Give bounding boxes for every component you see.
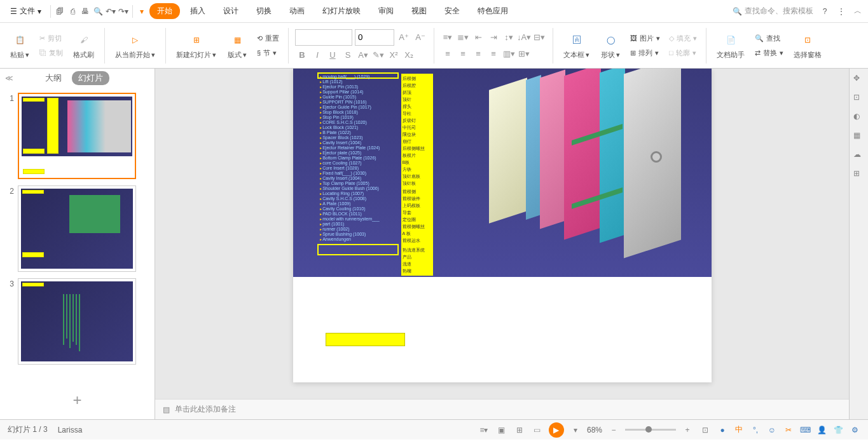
align-left-button[interactable]: ≡ — [441, 47, 455, 61]
redo-icon[interactable]: ↷▾ — [118, 6, 128, 17]
more-icon[interactable]: ▾ — [137, 6, 147, 17]
sidebar-animation-icon[interactable]: ◐ — [853, 112, 865, 123]
new-slide-icon[interactable]: ⊞ — [188, 31, 205, 49]
convert-smartart-button[interactable]: ⊞▾ — [517, 47, 531, 61]
zoom-thumb[interactable] — [645, 426, 652, 433]
punctuation-icon[interactable]: °, — [750, 424, 761, 436]
play-from-current-icon[interactable]: ▷ — [127, 31, 144, 49]
increase-indent-button[interactable]: ⇥ — [486, 30, 500, 44]
tab-animation[interactable]: 动画 — [282, 3, 312, 19]
shape-icon[interactable]: ◯ — [602, 31, 619, 49]
tab-security[interactable]: 安全 — [437, 3, 467, 19]
scissors-icon[interactable]: ✂ — [783, 424, 794, 436]
normal-view-icon[interactable]: ▣ — [495, 424, 508, 436]
highlight-button[interactable]: ✎▾ — [371, 48, 385, 62]
thumbnail-2[interactable] — [18, 185, 136, 272]
shirt-icon[interactable]: 👕 — [832, 424, 844, 436]
outline-tab[interactable]: 大纲 — [45, 72, 62, 84]
tab-transition[interactable]: 切换 — [249, 3, 279, 19]
thumbnail-3[interactable] — [18, 278, 136, 365]
settings-icon[interactable]: ⚙ — [849, 424, 860, 436]
sidebar-backup-icon[interactable]: ☁ — [853, 150, 865, 161]
print-icon[interactable]: 🖶 — [80, 6, 90, 17]
size-select[interactable] — [355, 29, 394, 46]
sorter-view-icon[interactable]: ⊞ — [513, 424, 526, 436]
reading-view-icon[interactable]: ▭ — [531, 424, 544, 436]
preview-icon[interactable]: 🔍 — [93, 6, 103, 17]
decrease-font-icon[interactable]: A⁻ — [413, 30, 427, 44]
select-pane-icon[interactable]: ⊡ — [799, 31, 816, 49]
layout-icon[interactable]: ▦ — [228, 31, 246, 49]
slideshow-button[interactable]: ▶ — [549, 422, 564, 438]
text-direction-button[interactable]: ↓A▾ — [517, 30, 531, 44]
new-slide-label[interactable]: 新建幻灯片 ▾ — [176, 50, 216, 60]
slide[interactable]: moving half(___) (1029)Lift (1012)Ejecto… — [293, 69, 712, 382]
tab-slideshow[interactable]: 幻灯片放映 — [315, 3, 368, 19]
section-button[interactable]: § 节 ▾ — [254, 47, 282, 59]
superscript-button[interactable]: X² — [387, 48, 401, 62]
copy-button[interactable]: ⿻ 复制 — [37, 47, 65, 59]
bold-button[interactable]: B — [295, 48, 309, 62]
help-icon[interactable]: ? — [820, 6, 830, 17]
zoom-in-button[interactable]: + — [681, 424, 694, 436]
undo-icon[interactable]: ↶▾ — [106, 6, 116, 17]
sidebar-slide-icon[interactable]: ▦ — [853, 131, 865, 142]
slides-tab[interactable]: 幻灯片 — [72, 71, 109, 85]
bullets-button[interactable]: ≡▾ — [441, 30, 455, 44]
align-center-button[interactable]: ≡ — [456, 47, 470, 61]
reset-button[interactable]: ⟲ 重置 — [254, 32, 282, 44]
font-color-button[interactable]: A▾ — [356, 48, 370, 62]
slideshow-dropdown[interactable]: ▾ — [569, 424, 582, 436]
tab-view[interactable]: 视图 — [404, 3, 434, 19]
replace-button[interactable]: ⇄ 替换 ▾ — [752, 47, 786, 59]
line-spacing-button[interactable]: ↕▾ — [502, 30, 516, 44]
increase-font-icon[interactable]: A⁺ — [397, 30, 411, 44]
zoom-out-button[interactable]: − — [607, 424, 620, 436]
emoji-icon[interactable]: ☺ — [766, 424, 778, 436]
cloud-icon[interactable]: ● — [717, 424, 728, 436]
notes-view-icon[interactable]: ≡▾ — [478, 424, 490, 436]
tab-start[interactable]: 开始 — [149, 3, 180, 19]
font-select[interactable] — [295, 29, 352, 46]
format-painter-icon[interactable]: 🖌 — [75, 31, 93, 49]
align-text-button[interactable]: ⊟▾ — [532, 30, 546, 44]
ime-icon[interactable]: 中 — [733, 424, 745, 436]
image-button[interactable]: 🖼 图片 ▾ — [628, 32, 663, 44]
print-preview-icon[interactable]: ⎙ — [67, 6, 78, 17]
save-icon[interactable]: 🗐 — [55, 6, 65, 17]
italic-button[interactable]: I — [310, 48, 324, 62]
textbox-label[interactable]: 文本框 ▾ — [563, 50, 589, 60]
thumbnail-1[interactable] — [18, 93, 136, 179]
columns-button[interactable]: ▥▾ — [502, 47, 516, 61]
paste-label[interactable]: 粘贴 ▾ — [10, 50, 29, 60]
add-slide-button[interactable]: + — [0, 381, 155, 419]
tab-design[interactable]: 设计 — [216, 3, 246, 19]
notes-bar[interactable]: ▤ 单击此处添加备注 — [155, 399, 849, 419]
shape-label[interactable]: 形状 ▾ — [601, 50, 620, 60]
sidebar-select-icon[interactable]: ⊡ — [853, 93, 865, 104]
canvas-scroll[interactable]: moving half(___) (1029)Lift (1012)Ejecto… — [155, 69, 849, 399]
align-right-button[interactable]: ≡ — [471, 47, 485, 61]
search-hint[interactable]: 🔍 查找命令、搜索模板 — [733, 6, 813, 17]
fit-window-button[interactable]: ⊡ — [699, 424, 712, 436]
strike-button[interactable]: S — [341, 48, 355, 62]
sidebar-gear-icon[interactable]: ✥ — [853, 74, 865, 85]
numbering-button[interactable]: ≣▾ — [456, 30, 470, 44]
keyboard-icon[interactable]: ⌨ — [799, 424, 811, 436]
subscript-button[interactable]: X₂ — [402, 48, 416, 62]
decrease-indent-button[interactable]: ⇤ — [471, 30, 485, 44]
paste-icon[interactable]: 📋 — [11, 31, 29, 49]
sidebar-template-icon[interactable]: ⊞ — [853, 169, 865, 180]
textbox-icon[interactable]: 🄰 — [568, 31, 586, 49]
arrange-button[interactable]: ⊞ 排列 ▾ — [628, 47, 663, 59]
collapse-ribbon-icon[interactable]: ︿ — [853, 6, 863, 17]
doc-helper-icon[interactable]: 📄 — [722, 31, 740, 49]
outline-button[interactable]: □ 轮廓 ▾ — [666, 47, 699, 59]
justify-button[interactable]: ≡ — [486, 47, 500, 61]
from-current-label[interactable]: 从当前开始 ▾ — [115, 50, 155, 60]
user-icon[interactable]: 👤 — [816, 424, 827, 436]
more-menu-icon[interactable]: ⋮ — [836, 6, 846, 17]
collapse-panel-icon[interactable]: ≪ — [5, 74, 13, 83]
underline-button[interactable]: U — [326, 48, 340, 62]
fill-button[interactable]: ◇ 填充 ▾ — [666, 32, 699, 44]
